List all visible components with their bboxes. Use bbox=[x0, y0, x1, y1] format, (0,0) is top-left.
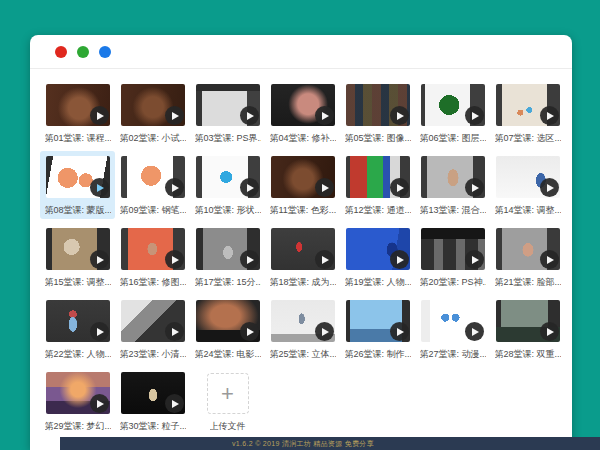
video-thumbnail[interactable] bbox=[421, 300, 485, 342]
video-thumbnail[interactable] bbox=[46, 156, 110, 198]
video-title: 第28堂课: 双重... bbox=[495, 348, 561, 360]
play-icon[interactable] bbox=[165, 106, 184, 125]
play-icon[interactable] bbox=[240, 106, 259, 125]
video-card[interactable]: 第11堂课: 色彩... bbox=[265, 151, 340, 219]
play-icon[interactable] bbox=[90, 250, 109, 269]
video-card[interactable]: 第12堂课: 通道... bbox=[340, 151, 415, 219]
video-card[interactable]: 第13堂课: 混合... bbox=[415, 151, 490, 219]
video-thumbnail[interactable] bbox=[421, 156, 485, 198]
video-card[interactable]: 第30堂课: 粒子... bbox=[115, 367, 190, 435]
maximize-window-icon[interactable] bbox=[99, 46, 111, 58]
video-thumbnail[interactable] bbox=[346, 84, 410, 126]
upload-button[interactable]: + bbox=[207, 373, 249, 414]
play-icon[interactable] bbox=[465, 178, 484, 197]
play-icon[interactable] bbox=[165, 322, 184, 341]
video-card[interactable]: 第05堂课: 图像... bbox=[340, 79, 415, 147]
video-thumbnail[interactable] bbox=[121, 300, 185, 342]
play-icon[interactable] bbox=[165, 394, 184, 413]
video-thumbnail[interactable] bbox=[421, 228, 485, 270]
video-thumbnail[interactable] bbox=[271, 228, 335, 270]
video-card[interactable]: 第23堂课: 小清... bbox=[115, 295, 190, 363]
video-card[interactable]: 第28堂课: 双重... bbox=[490, 295, 565, 363]
video-card[interactable]: 第29堂课: 梦幻... bbox=[40, 367, 115, 435]
video-title: 第04堂课: 修补... bbox=[270, 132, 336, 144]
video-thumbnail[interactable] bbox=[196, 300, 260, 342]
video-card[interactable]: 第24堂课: 电影... bbox=[190, 295, 265, 363]
video-thumbnail[interactable] bbox=[421, 84, 485, 126]
video-thumbnail[interactable] bbox=[346, 156, 410, 198]
play-icon[interactable] bbox=[240, 322, 259, 341]
play-icon[interactable] bbox=[315, 322, 334, 341]
video-thumbnail[interactable] bbox=[196, 228, 260, 270]
video-card[interactable]: 第21堂课: 脸部... bbox=[490, 223, 565, 291]
upload-tile[interactable]: + 上传文件 bbox=[190, 367, 265, 435]
video-thumbnail[interactable] bbox=[46, 372, 110, 414]
video-card[interactable]: 第26堂课: 制作... bbox=[340, 295, 415, 363]
video-thumbnail[interactable] bbox=[46, 228, 110, 270]
window-titlebar[interactable] bbox=[30, 35, 572, 69]
play-icon[interactable] bbox=[90, 394, 109, 413]
video-card[interactable]: 第07堂课: 选区... bbox=[490, 79, 565, 147]
video-card[interactable]: 第16堂课: 修图... bbox=[115, 223, 190, 291]
play-icon[interactable] bbox=[390, 322, 409, 341]
video-card[interactable]: 第09堂课: 钢笔... bbox=[115, 151, 190, 219]
video-thumbnail[interactable] bbox=[46, 300, 110, 342]
video-thumbnail[interactable] bbox=[121, 228, 185, 270]
video-thumbnail[interactable] bbox=[496, 156, 560, 198]
play-icon[interactable] bbox=[315, 106, 334, 125]
play-icon[interactable] bbox=[315, 178, 334, 197]
video-thumbnail[interactable] bbox=[196, 156, 260, 198]
play-icon[interactable] bbox=[465, 106, 484, 125]
video-card[interactable]: 第03堂课: PS界... bbox=[190, 79, 265, 147]
video-card[interactable]: 第04堂课: 修补... bbox=[265, 79, 340, 147]
video-thumbnail[interactable] bbox=[271, 300, 335, 342]
video-card[interactable]: 第20堂课: PS神... bbox=[415, 223, 490, 291]
video-card[interactable]: 第27堂课: 动漫... bbox=[415, 295, 490, 363]
video-card[interactable]: 第01堂课: 课程... bbox=[40, 79, 115, 147]
video-thumbnail[interactable] bbox=[196, 84, 260, 126]
play-icon[interactable] bbox=[390, 178, 409, 197]
video-thumbnail[interactable] bbox=[46, 84, 110, 126]
play-icon[interactable] bbox=[465, 322, 484, 341]
video-card[interactable]: 第14堂课: 调整... bbox=[490, 151, 565, 219]
play-icon[interactable] bbox=[90, 178, 109, 197]
video-thumbnail[interactable] bbox=[346, 228, 410, 270]
play-icon[interactable] bbox=[540, 106, 559, 125]
close-window-icon[interactable] bbox=[55, 46, 67, 58]
video-card[interactable]: 第15堂课: 调整... bbox=[40, 223, 115, 291]
video-card[interactable]: 第17堂课: 15分... bbox=[190, 223, 265, 291]
video-card[interactable]: 第19堂课: 人物... bbox=[340, 223, 415, 291]
play-icon[interactable] bbox=[90, 322, 109, 341]
play-icon[interactable] bbox=[240, 250, 259, 269]
video-card[interactable]: 第06堂课: 图层... bbox=[415, 79, 490, 147]
video-thumbnail[interactable] bbox=[496, 300, 560, 342]
video-thumbnail[interactable] bbox=[271, 156, 335, 198]
video-title: 第01堂课: 课程... bbox=[45, 132, 111, 144]
video-card[interactable]: 第25堂课: 立体... bbox=[265, 295, 340, 363]
video-thumbnail[interactable] bbox=[496, 228, 560, 270]
video-card[interactable]: 第10堂课: 形状... bbox=[190, 151, 265, 219]
play-icon[interactable] bbox=[540, 250, 559, 269]
minimize-window-icon[interactable] bbox=[77, 46, 89, 58]
video-title: 第26堂课: 制作... bbox=[345, 348, 411, 360]
play-icon[interactable] bbox=[465, 250, 484, 269]
video-thumbnail[interactable] bbox=[121, 84, 185, 126]
play-icon[interactable] bbox=[540, 178, 559, 197]
play-icon[interactable] bbox=[315, 250, 334, 269]
video-thumbnail[interactable] bbox=[346, 300, 410, 342]
play-icon[interactable] bbox=[90, 106, 109, 125]
video-card[interactable]: 第08堂课: 蒙版... bbox=[40, 151, 115, 219]
play-icon[interactable] bbox=[240, 178, 259, 197]
play-icon[interactable] bbox=[540, 322, 559, 341]
video-card[interactable]: 第18堂课: 成为... bbox=[265, 223, 340, 291]
video-card[interactable]: 第02堂课: 小试... bbox=[115, 79, 190, 147]
video-card[interactable]: 第22堂课: 人物... bbox=[40, 295, 115, 363]
play-icon[interactable] bbox=[165, 178, 184, 197]
video-thumbnail[interactable] bbox=[496, 84, 560, 126]
video-thumbnail[interactable] bbox=[121, 372, 185, 414]
play-icon[interactable] bbox=[390, 106, 409, 125]
play-icon[interactable] bbox=[390, 250, 409, 269]
video-thumbnail[interactable] bbox=[121, 156, 185, 198]
video-thumbnail[interactable] bbox=[271, 84, 335, 126]
play-icon[interactable] bbox=[165, 250, 184, 269]
